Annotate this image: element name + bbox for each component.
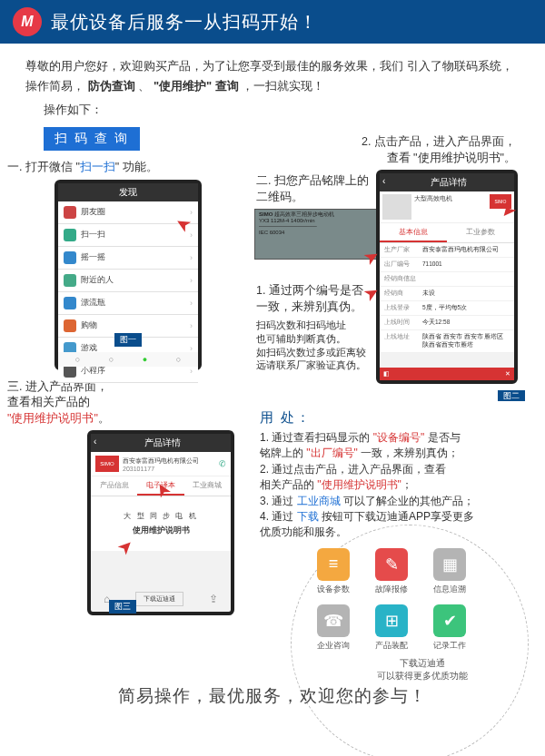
intro-highlight-1: 防伪查询 [88, 79, 135, 93]
intro-text-1: 尊敬的用户您好，欢迎购买产品，为了让您享受到最佳的服务效果，我们 [25, 59, 403, 73]
icon-footer: 下载迈迪通可以获得更多优质功能 [309, 657, 536, 682]
download-button: 下载迈迪通 [135, 592, 183, 606]
tab-basic: 基本信息 [380, 223, 447, 242]
phone1-tag: 图一 [114, 333, 142, 347]
detail-row: 出厂编号711001 [380, 258, 514, 272]
intro-sep: 、 [138, 79, 150, 93]
step-3-text: 三. 进入产品界面， 查看相关产品的 "使用维护说明书"。 [7, 379, 249, 427]
brand-logo-icon: M [13, 7, 42, 36]
usage-title: 用 处： [260, 407, 530, 427]
simo-logo-icon: SIMO [95, 456, 119, 472]
phone-mock-product-doc: ‹产品详情 SIMO 西安泰富西玛电机有限公司 203101177 ✆ 产品信息… [87, 430, 234, 615]
usage-block: 用 处： 1. 通过查看扫码显示的 "设备编号" 是否与 铭牌上的 "出厂编号"… [254, 406, 536, 542]
intro-highlight-2: "使用维护" 查询 [154, 79, 239, 93]
feature-icon-grid: ≡设备参数✎故障报修▦信息追溯☎企业咨询⊞产品装配✔记录工作 [300, 543, 536, 657]
nav-discover-icon: ● [143, 355, 147, 364]
detail-row: 经销商未设 [380, 287, 514, 301]
intro-follow: 操作如下： [0, 102, 545, 118]
nav-me-icon: ○ [176, 355, 181, 364]
discover-list-item: 漂流瓶› [58, 292, 198, 315]
phone3-doc-title: 大 型 同 步 电 机 [94, 511, 227, 521]
tab-product-info: 产品信息 [91, 476, 137, 496]
nav-chat-icon: ○ [75, 355, 80, 364]
phone3-doc-sub: 使用维护说明书 [94, 525, 227, 536]
main-columns: 一. 打开微信 "扫一扫" 功能。 发现 朋友圈›扫一扫›摇一摇›附近的人›漂流… [0, 156, 545, 682]
phone3-company: 西安泰富西玛电机有限公司 [123, 457, 199, 466]
phone2-title: 大型高效电机 [411, 194, 490, 220]
nav-contact-icon: ○ [109, 355, 114, 364]
phone1-header: 发现 [58, 183, 198, 201]
discover-list-item: 附近的人› [58, 270, 198, 292]
intro-tail: ，一扫就实现！ [242, 79, 324, 93]
footer-slogan: 简易操作，最优服务，欢迎您的参与！ [0, 682, 545, 717]
detail-row: 上线时间今天12:58 [380, 316, 514, 330]
step2b-text: 1. 通过两个编号是否 一致，来辨别真伪。 [256, 283, 371, 315]
detail-row: 经销商信息 [380, 272, 514, 287]
step2b-extra: 扫码次数和扫码地址 也可辅助判断真伪。 如扫码次数过多或距离较 远请联系厂家验证… [256, 319, 371, 372]
column-right: 2. 点击产品，进入产品界面， 查看 "使用维护说明书"。 二. 扫您产品铭牌上… [254, 156, 536, 682]
detail-row: 上线地址陕西省 西安市 西安市 雁塔区 陕西省西安市雁塔 [380, 330, 514, 353]
step2-top: 2. 点击产品，进入产品界面， 查看 "使用维护说明书"。 [256, 134, 534, 166]
banner: M 最优设备后服务一从扫码开始！ [0, 0, 545, 44]
detail-row: 上线登录5度，平均每5次 [380, 301, 514, 316]
close-icon: ✕ [505, 370, 510, 378]
phone2-bottom-icon: ◧ [383, 370, 390, 378]
column-left: 一. 打开微信 "扫一扫" 功能。 发现 朋友圈›扫一扫›摇一摇›附近的人›漂流… [5, 156, 251, 682]
phone3-code: 203101177 [123, 466, 199, 472]
step-1-text: 一. 打开微信 "扫一扫" 功能。 [7, 160, 249, 176]
feature-icon-故障报修: ✎故障报修 [367, 548, 416, 595]
phone3-header: ‹产品详情 [91, 434, 231, 452]
phone2-header: ‹产品详情 [380, 173, 514, 191]
detail-row: 生产厂家西安泰富西玛电机有限公司 [380, 243, 514, 258]
tab-industrial: 工业参数 [447, 223, 514, 242]
feature-icon-记录工作: ✔记录工作 [425, 604, 474, 652]
intro-paragraph: 尊敬的用户您好，欢迎购买产品，为了让您享受到最佳的服务效果，我们 引入了物联码系… [0, 44, 545, 102]
phone-mock-product-detail: ‹产品详情 大型高效电机 SIMO 基本信息 工业参数 生产厂家西安泰富西玛电机… [376, 170, 518, 384]
product-image [382, 194, 411, 220]
feature-icon-设备参数: ≡设备参数 [309, 548, 358, 595]
step-2-text: 二. 扫您产品铭牌上的 二维码。 [256, 173, 371, 205]
share-icon: ⇪ [209, 593, 218, 605]
phone-mock-wechat-discover: 发现 朋友圈›扫一扫›摇一摇›附近的人›漂流瓶›购物›游戏›小程序› 图一 ○ … [54, 180, 202, 370]
phone3-tag: 图三 [109, 600, 136, 614]
phone2-tag: 图二 [498, 390, 525, 401]
feature-icon-信息追溯: ▦信息追溯 [425, 548, 474, 595]
discover-list-item: 摇一摇› [58, 247, 198, 270]
phone3-call-icon: ✆ [219, 459, 226, 468]
feature-icon-产品装配: ⊞产品装配 [367, 604, 416, 652]
section-title-scan: 扫 码 查 询 [44, 127, 140, 151]
tab-mall: 工业商城 [184, 476, 231, 496]
feature-icon-企业咨询: ☎企业咨询 [309, 604, 358, 652]
banner-title: 最优设备后服务一从扫码开始！ [51, 10, 318, 34]
